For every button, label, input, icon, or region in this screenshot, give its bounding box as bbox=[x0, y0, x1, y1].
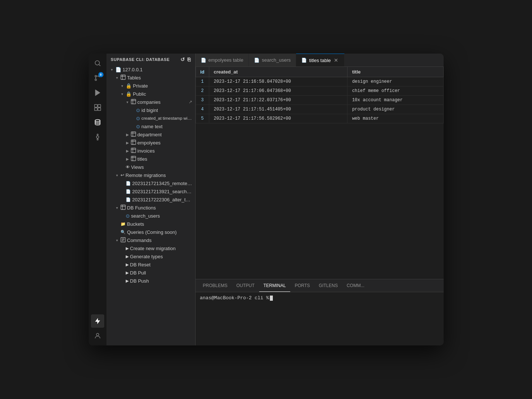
refresh-icon[interactable]: ↺ bbox=[180, 57, 185, 62]
chevron-down-icon: ▾ bbox=[115, 206, 120, 210]
column-icon: ⊙ bbox=[136, 116, 140, 121]
tab-titles-label: titles table bbox=[309, 58, 331, 63]
companies-label: companies bbox=[138, 99, 161, 105]
database-icon[interactable] bbox=[91, 116, 104, 129]
chevron-down-icon: ▾ bbox=[115, 76, 120, 80]
svg-point-19 bbox=[96, 333, 99, 336]
name-col-label: name text bbox=[142, 124, 163, 129]
file-tab-icon: 📄 bbox=[201, 58, 206, 63]
terminal-tab-ports[interactable]: PORTS bbox=[290, 279, 314, 292]
source-control-icon[interactable]: 8 bbox=[91, 71, 104, 85]
svg-rect-23 bbox=[131, 99, 135, 103]
external-link-icon[interactable]: ↗ bbox=[189, 99, 192, 105]
tree-item-id-col: ⊙ id bigint bbox=[106, 106, 195, 114]
chevron-right-icon: ▶ bbox=[125, 141, 130, 145]
tree-item-commands[interactable]: ▾ Commands bbox=[106, 236, 195, 244]
tree-item-companies[interactable]: ▾ companies ↗ bbox=[106, 98, 195, 106]
commands-label: Commands bbox=[127, 238, 152, 243]
tree-item-titles[interactable]: ▶ titles bbox=[106, 155, 195, 163]
search-icon[interactable] bbox=[91, 57, 104, 70]
svg-rect-29 bbox=[131, 140, 135, 144]
tree-item-remote-migrations[interactable]: ▾ ↩ Remote migrations bbox=[106, 171, 195, 179]
db-push-label: DB Push bbox=[130, 278, 149, 284]
svg-rect-38 bbox=[121, 205, 125, 209]
tree-item-generate-types[interactable]: ▶ Generate types bbox=[106, 252, 195, 260]
tree-item-queries[interactable]: 🔍 Queries (Coming soon) bbox=[106, 228, 195, 236]
terminal-tab-problems[interactable]: PROBLEMS bbox=[199, 279, 232, 292]
tab-search-users[interactable]: 📄 search_users bbox=[249, 54, 296, 66]
tree-item-search-users-fn[interactable]: ⊙ search_users bbox=[106, 212, 195, 220]
tree-item-invoices[interactable]: ▶ invoices bbox=[106, 147, 195, 155]
cell-created-at: 2023-12-17 21:16:58.047028+00 bbox=[209, 77, 348, 86]
tab-titles[interactable]: 📄 titles table ✕ bbox=[296, 54, 345, 66]
empolyees-label: empolyees bbox=[138, 140, 161, 146]
remote-migrations-label: Remote migrations bbox=[126, 173, 166, 178]
run-command-icon: ▶ bbox=[126, 246, 129, 251]
column-icon: ⊙ bbox=[136, 108, 140, 113]
generate-types-label: Generate types bbox=[130, 254, 163, 259]
terminal-body[interactable]: anas@MacBook-Pro-2 cli % bbox=[196, 292, 444, 345]
tree-item-department[interactable]: ▶ department bbox=[106, 130, 195, 139]
tree-item-created-at-col: ⊙ created_at timestamp with time zone bbox=[106, 114, 195, 122]
new-file-icon[interactable]: ⎘ bbox=[187, 57, 191, 62]
close-tab-button[interactable]: ✕ bbox=[333, 57, 339, 63]
chevron-down-icon: ▾ bbox=[120, 84, 125, 88]
bucket-icon: 📁 bbox=[121, 222, 126, 226]
tree-item-public[interactable]: ▾ 🔒 Public bbox=[106, 90, 195, 98]
chevron-down-icon: ▾ bbox=[115, 238, 120, 242]
tree-item-buckets[interactable]: 📁 Buckets bbox=[106, 220, 195, 228]
extensions-icon[interactable] bbox=[91, 101, 104, 114]
tree-item-db-push[interactable]: ▶ DB Push bbox=[106, 277, 195, 285]
cell-created-at: 2023-12-17 21:17:51.451405+00 bbox=[209, 105, 348, 114]
tree-item-migration2[interactable]: 📄 20231217213921_search_users bbox=[106, 187, 195, 195]
git-icon[interactable] bbox=[91, 130, 104, 144]
activity-bar: 8 bbox=[89, 54, 106, 345]
terminal-tab-output[interactable]: OUTPUT bbox=[232, 279, 259, 292]
run-command-icon: ▶ bbox=[126, 254, 129, 259]
db-pull-label: DB Pull bbox=[130, 270, 146, 276]
tree-item-migration1[interactable]: 📄 20231217213425_remote_schema bbox=[106, 179, 195, 187]
tree-item-host[interactable]: ▾ 📄 127.0.0.1 bbox=[106, 65, 195, 74]
tree-item-db-functions[interactable]: ▾ DB Functions bbox=[106, 204, 195, 212]
chevron-down-icon: ▾ bbox=[109, 68, 115, 72]
col-header-created-at: created_at bbox=[209, 67, 348, 77]
tree-item-tables[interactable]: ▾ Tables bbox=[106, 74, 195, 82]
table-row[interactable]: 3 2023-12-17 21:17:22.037176+00 10x acco… bbox=[196, 96, 443, 105]
db-reset-label: DB Reset bbox=[130, 262, 151, 267]
tab-empolyees[interactable]: 📄 empolyees table bbox=[196, 54, 249, 66]
db-functions-label: DB Functions bbox=[127, 205, 156, 211]
account-icon[interactable] bbox=[91, 329, 104, 342]
tree-item-create-migration[interactable]: ▶ Create new migration bbox=[106, 244, 195, 252]
svg-line-1 bbox=[99, 65, 100, 66]
terminal-tab-terminal[interactable]: TERMINAL bbox=[259, 279, 291, 292]
svg-rect-9 bbox=[98, 105, 101, 108]
terminal-tab-gitlens[interactable]: GITLENS bbox=[314, 279, 342, 292]
tree-item-db-pull[interactable]: ▶ DB Pull bbox=[106, 269, 195, 277]
terminal-tab-commands[interactable]: COMM... bbox=[342, 279, 369, 292]
ports-tab-label: PORTS bbox=[295, 283, 310, 288]
badge: 8 bbox=[98, 72, 104, 77]
svg-rect-26 bbox=[131, 132, 135, 136]
terminal-tab-bar: PROBLEMS OUTPUT TERMINAL PORTS GITLENS C… bbox=[196, 279, 444, 292]
migration2-label: 20231217213921_search_users bbox=[132, 189, 192, 194]
svg-rect-32 bbox=[131, 148, 135, 152]
tree-item-private[interactable]: ▾ 🔒 Private bbox=[106, 82, 195, 90]
run-icon[interactable] bbox=[91, 86, 104, 99]
tree-item-empolyees[interactable]: ▶ empolyees bbox=[106, 139, 195, 147]
tree-item-migration3[interactable]: 📄 20231217222306_alter_table bbox=[106, 195, 195, 204]
titles-label: titles bbox=[138, 156, 148, 162]
tree-item-views[interactable]: 👁 Views bbox=[106, 163, 195, 171]
lightning-icon[interactable] bbox=[91, 314, 104, 328]
table-icon bbox=[131, 140, 136, 146]
table-row[interactable]: 5 2023-12-17 21:17:56.582962+00 web mast… bbox=[196, 114, 443, 123]
svg-rect-35 bbox=[131, 156, 135, 160]
table-row[interactable]: 4 2023-12-17 21:17:51.451405+00 product … bbox=[196, 105, 443, 114]
cell-title: web master bbox=[348, 114, 443, 123]
cell-created-at: 2023-12-17 21:17:22.037176+00 bbox=[209, 96, 348, 105]
table-row[interactable]: 1 2023-12-17 21:16:58.047028+00 design e… bbox=[196, 77, 443, 86]
cell-created-at: 2023-12-17 21:17:56.582962+00 bbox=[209, 114, 348, 123]
table-row[interactable]: 2 2023-12-17 21:17:06.047368+00 chief me… bbox=[196, 86, 443, 96]
tree-item-db-reset[interactable]: ▶ DB Reset bbox=[106, 260, 195, 269]
sidebar: SUPABASE CLI: DATABASE ↺ ⎘ ▾ 📄 127.0.0.1… bbox=[106, 54, 195, 345]
terminal-cursor bbox=[270, 296, 273, 301]
